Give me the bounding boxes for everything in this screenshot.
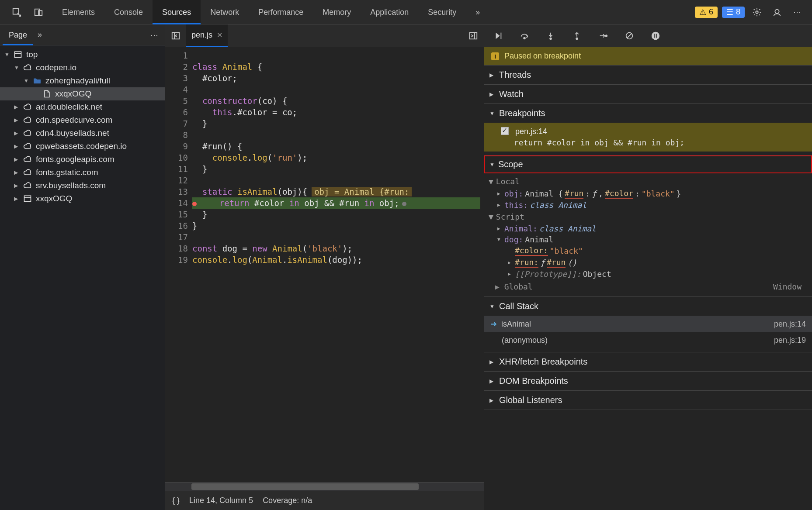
pause-exceptions-icon[interactable]: [648, 28, 663, 44]
info-icon: i: [491, 52, 499, 60]
svg-rect-1: [35, 9, 40, 15]
deactivate-breakpoints-icon[interactable]: [621, 28, 637, 44]
tree-label: cpwebassets.codepen.io: [36, 141, 127, 151]
section-scope[interactable]: ▼ Scope: [484, 155, 812, 173]
sources-navigator: Page » ⋯ ▼ top ▼codepen.io▼zoherghadyali…: [0, 24, 165, 510]
tree-label: top: [26, 50, 38, 59]
paused-message: Paused on breakpoint: [504, 52, 581, 61]
paused-banner: i Paused on breakpoint: [484, 47, 812, 65]
cloud-icon: [23, 155, 32, 164]
cloud-icon: [23, 142, 32, 151]
svg-point-23: [652, 31, 659, 39]
toggle-debugger-icon[interactable]: [465, 28, 481, 44]
toggle-navigator-icon[interactable]: [168, 28, 184, 44]
resume-icon[interactable]: [490, 28, 506, 44]
tree-label: cdn.speedcurve.com: [36, 115, 112, 125]
gear-icon[interactable]: [749, 4, 765, 20]
file-icon: [42, 90, 52, 98]
svg-point-4: [775, 9, 779, 13]
tree-row[interactable]: ▶ad.doubleclick.net: [0, 100, 165, 114]
cloud-icon: [23, 168, 32, 177]
warnings-badge[interactable]: ⚠ 6: [695, 7, 718, 18]
tab-sources[interactable]: Sources: [153, 0, 201, 24]
callstack-frame[interactable]: ➜isAnimal pen.js:14: [484, 316, 812, 332]
section-breakpoints[interactable]: ▼Breakpoints: [484, 104, 812, 123]
section-global-listeners[interactable]: ▶Global Listeners: [484, 391, 812, 410]
section-watch[interactable]: ▶Watch: [484, 85, 812, 103]
tab-console[interactable]: Console: [104, 0, 153, 24]
messages-count: 8: [736, 7, 740, 17]
breakpoint-snippet: return #color in obj && #run in obj;: [501, 136, 805, 147]
scope-script[interactable]: ▼Script: [489, 210, 808, 223]
tree-row[interactable]: ▼zoherghadyali/full: [0, 74, 165, 87]
section-threads[interactable]: ▶Threads: [484, 65, 812, 84]
tree-label: fonts.gstatic.com: [36, 168, 98, 177]
breakpoint-item[interactable]: pen.js:14 return #color in obj && #run i…: [484, 123, 812, 152]
svg-point-16: [550, 38, 552, 39]
section-dom-breakpoints[interactable]: ▶DOM Breakpoints: [484, 372, 812, 390]
source-editor-panel: pen.js ✕ 12345678910111213141516171819 c…: [165, 24, 484, 510]
tree-label: xxqxOGQ: [55, 89, 91, 99]
navigator-tab-page[interactable]: Page: [3, 24, 33, 45]
svg-rect-7: [24, 196, 31, 201]
tab-overflow[interactable]: »: [466, 0, 489, 24]
svg-point-14: [524, 37, 525, 39]
tree-row[interactable]: xxqxOGQ: [0, 87, 165, 100]
device-toggle-icon[interactable]: [31, 4, 46, 20]
tree-row[interactable]: ▶cdn.speedcurve.com: [0, 114, 165, 127]
tree-top[interactable]: ▼ top: [0, 48, 165, 61]
tree-label: fonts.googleapis.com: [36, 155, 115, 164]
step-over-icon[interactable]: [517, 28, 532, 44]
navigator-tab-overflow[interactable]: »: [33, 30, 46, 39]
line-gutter[interactable]: 12345678910111213141516171819: [165, 47, 191, 482]
section-xhr-breakpoints[interactable]: ▶XHR/fetch Breakpoints: [484, 352, 812, 371]
step-icon[interactable]: [595, 28, 611, 44]
scope-var-dog[interactable]: ▼ dog: Animal: [489, 234, 808, 245]
cursor-position: Line 14, Column 5: [189, 496, 253, 505]
tab-performance[interactable]: Performance: [249, 0, 313, 24]
tab-security[interactable]: Security: [418, 0, 466, 24]
section-callstack[interactable]: ▼Call Stack: [484, 297, 812, 316]
scope-prop[interactable]: #color: "black": [489, 245, 808, 257]
debugger-panel: i Paused on breakpoint ▶Threads ▶Watch ▼…: [484, 24, 812, 510]
horizontal-scrollbar[interactable]: [165, 482, 484, 491]
scope-prop[interactable]: ▶ #run: ƒ #run(): [489, 257, 808, 269]
step-out-icon[interactable]: [569, 28, 585, 44]
tree-row[interactable]: ▶cpwebassets.codepen.io: [0, 140, 165, 153]
svg-point-3: [756, 11, 758, 14]
cloud-icon: [23, 129, 32, 138]
tab-network[interactable]: Network: [201, 0, 249, 24]
tree-label: srv.buysellads.com: [36, 181, 106, 190]
more-icon[interactable]: ⋯: [789, 4, 805, 20]
tab-memory[interactable]: Memory: [313, 0, 361, 24]
scope-var[interactable]: ▶ this: class Animal: [489, 200, 808, 210]
scope-global[interactable]: ▶ Global Window: [489, 279, 808, 294]
tree-label: xxqxOGQ: [36, 194, 72, 203]
tab-application[interactable]: Application: [361, 0, 418, 24]
callstack-frame[interactable]: (anonymous) pen.js:19: [484, 332, 812, 348]
scope-var[interactable]: ▶ Animal: class Animal: [489, 223, 808, 234]
code-area[interactable]: class Animal { #color; constructor(co) {…: [191, 47, 484, 482]
braces-icon[interactable]: { }: [172, 496, 180, 505]
editor-file-tab[interactable]: pen.js ✕: [186, 24, 228, 47]
step-into-icon[interactable]: [543, 28, 559, 44]
face-icon[interactable]: [769, 4, 785, 20]
tab-elements[interactable]: Elements: [52, 0, 104, 24]
messages-badge[interactable]: ☰ 8: [722, 7, 745, 18]
tree-row[interactable]: ▶srv.buysellads.com: [0, 179, 165, 192]
tree-row[interactable]: ▶fonts.gstatic.com: [0, 166, 165, 179]
scope-local[interactable]: ▼Local: [489, 175, 808, 188]
panel-tabs: Elements Console Sources Network Perform…: [52, 0, 695, 24]
page-tree: ▼ top ▼codepen.io▼zoherghadyali/fullxxqx…: [0, 45, 165, 510]
tree-row[interactable]: ▼codepen.io: [0, 61, 165, 74]
inspect-element-icon[interactable]: [9, 4, 24, 20]
close-icon[interactable]: ✕: [217, 31, 222, 39]
tree-row[interactable]: ▶cdn4.buysellads.net: [0, 127, 165, 140]
navigator-more-icon[interactable]: ⋯: [146, 27, 162, 43]
tree-row[interactable]: ▶fonts.googleapis.com: [0, 153, 165, 166]
tree-row[interactable]: ▶xxqxOGQ: [0, 192, 165, 205]
tree-label: ad.doubleclick.net: [36, 102, 102, 112]
scope-var[interactable]: ▶ obj: Animal {#run: ƒ, #color: "black"}: [489, 188, 808, 200]
breakpoint-checkbox[interactable]: [501, 127, 509, 135]
scope-prop[interactable]: ▶ [[Prototype]]: Object: [489, 269, 808, 279]
